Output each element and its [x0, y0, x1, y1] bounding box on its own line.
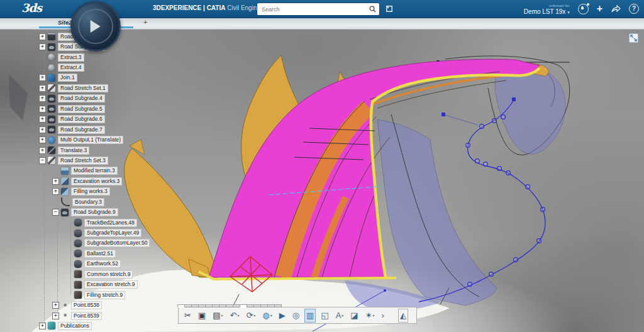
- tree-item[interactable]: + Point.8538: [39, 300, 150, 310]
- tree-item[interactable]: + Publications: [39, 321, 150, 331]
- tree-item-label[interactable]: Boundary.3: [72, 198, 104, 206]
- tree-item[interactable]: − Road Subgrade.9: [39, 207, 150, 217]
- tree-item-label[interactable]: Point.8539: [71, 312, 102, 320]
- tag-icon[interactable]: [384, 4, 395, 14]
- tool-caret-icon[interactable]: ▾: [373, 313, 375, 318]
- alignment-point[interactable]: [480, 124, 484, 129]
- tree-expander[interactable]: +: [39, 147, 46, 154]
- tree-item-label[interactable]: Road Subgrade.6: [58, 115, 105, 123]
- alignment-point[interactable]: [468, 282, 472, 287]
- tree-item-label[interactable]: Road Subgrade.9: [71, 208, 118, 216]
- tool-measure[interactable]: ✶ ▾: [364, 309, 376, 322]
- tree-item-label[interactable]: Modified terrain.3: [71, 167, 118, 175]
- tree-item[interactable]: Earthwork.52: [39, 259, 150, 269]
- tree-item-label[interactable]: Road Subgrade.7: [58, 126, 105, 134]
- alignment-point[interactable]: [501, 115, 506, 119]
- tree-item[interactable]: Ballast2.51: [39, 248, 150, 258]
- tree-expander[interactable]: +: [39, 323, 46, 329]
- tree-item[interactable]: Common stretch.9: [39, 269, 150, 279]
- tree-item[interactable]: + Multi Output.1 (Translate): [39, 135, 150, 145]
- tree-item[interactable]: Boundary.3: [39, 197, 150, 207]
- tree-item-label[interactable]: Point.8538: [71, 301, 102, 309]
- tree-item-label[interactable]: Ballast2.51: [84, 250, 116, 258]
- tree-item[interactable]: + Road Subgrade.4: [39, 94, 150, 104]
- alignment-point[interactable]: [475, 159, 480, 163]
- tree-expander[interactable]: +: [39, 116, 46, 123]
- tree-item-label[interactable]: Extract.4: [58, 64, 84, 72]
- tool-explore[interactable]: ◍ ▾: [261, 309, 273, 322]
- tree-item-label[interactable]: TrackBed2Lanes.48: [84, 219, 137, 227]
- tool-caret-icon[interactable]: ▾: [270, 313, 272, 318]
- tree-item[interactable]: + Excavation works.3: [39, 176, 150, 186]
- tool-update[interactable]: ⟳ ▾: [245, 309, 257, 322]
- tree-item-label[interactable]: Translate.3: [58, 147, 89, 155]
- tree-item[interactable]: + Point.8539: [39, 311, 150, 321]
- tree-item-label[interactable]: Excavation stretch.9: [84, 280, 138, 289]
- tree-expander[interactable]: +: [52, 313, 59, 319]
- alignment-point[interactable]: [489, 272, 494, 277]
- tree-expander[interactable]: +: [39, 136, 46, 143]
- tool-more[interactable]: › ▾: [380, 309, 386, 322]
- tree-item[interactable]: + Road Subgrade.5: [39, 104, 150, 114]
- tree-expander[interactable]: +: [39, 106, 46, 113]
- maximize-viewport-icon[interactable]: [629, 33, 638, 43]
- tree-expander[interactable]: +: [52, 302, 59, 309]
- tool-caret-icon[interactable]: ▾: [221, 313, 223, 318]
- model-tree[interactable]: + Road Surface.1 + Road Subgrade.1 Extra…: [39, 31, 150, 331]
- help-icon[interactable]: ?: [629, 4, 639, 14]
- tree-item-label[interactable]: Excavation works.3: [71, 177, 122, 185]
- compass-play-icon[interactable]: [91, 20, 101, 33]
- tree-item[interactable]: Filling stretch.9: [39, 290, 150, 300]
- tree-item-label[interactable]: Extract.3: [58, 53, 84, 62]
- 3dexperience-compass[interactable]: [70, 1, 121, 52]
- tool-caret-icon[interactable]: ▾: [341, 313, 343, 318]
- user-menu[interactable]: unknown for Demo LST 19x ▾: [524, 3, 570, 15]
- alignment-point[interactable]: [514, 258, 518, 262]
- tree-item[interactable]: + Road Subgrade.7: [39, 124, 150, 135]
- alignment-point[interactable]: [492, 119, 497, 123]
- tree-item[interactable]: + Filling works.3: [39, 187, 150, 197]
- search-icon[interactable]: [369, 6, 376, 13]
- tool-caret-icon[interactable]: ▾: [237, 313, 239, 318]
- tree-item[interactable]: SubgradeBottomLayer.50: [39, 238, 150, 248]
- tree-item-label[interactable]: Publications: [58, 322, 92, 330]
- tree-item[interactable]: + Road Stretch Set.1: [39, 83, 150, 93]
- alignment-point[interactable]: [541, 208, 545, 212]
- tree-item[interactable]: Extract.4: [39, 62, 150, 72]
- tree-item-label[interactable]: Filling stretch.9: [84, 291, 125, 299]
- tree-expander[interactable]: +: [39, 43, 46, 50]
- tool-annotations[interactable]: A ▾: [335, 309, 345, 322]
- tree-expander[interactable]: +: [52, 178, 59, 185]
- tree-item[interactable]: Modified terrain.3: [39, 166, 150, 176]
- add-content-icon[interactable]: +: [597, 4, 602, 14]
- tree-item[interactable]: Excavation stretch.9: [39, 280, 150, 290]
- alignment-point[interactable]: [497, 167, 502, 171]
- tool-run[interactable]: ▶ ▾: [278, 309, 287, 322]
- tree-item-label[interactable]: Road Subgrade.4: [58, 94, 105, 102]
- tree-item-label[interactable]: Filling works.3: [71, 187, 110, 196]
- tree-expander[interactable]: +: [39, 33, 46, 40]
- tree-item[interactable]: + Translate.3: [39, 145, 150, 155]
- search-bar[interactable]: [257, 3, 380, 16]
- tree-item-label[interactable]: SubgradeTopLayer.49: [84, 229, 142, 237]
- tree-item[interactable]: + Join.1: [39, 73, 150, 83]
- tree-item-label[interactable]: SubgradeBottomLayer.50: [84, 239, 150, 247]
- tree-item[interactable]: + Road Subgrade.6: [39, 114, 150, 124]
- tree-expander[interactable]: +: [39, 95, 46, 102]
- tool-catalog-browser[interactable]: ▥ ▾: [305, 309, 315, 322]
- tree-item-label[interactable]: Road Subgrade.5: [58, 105, 105, 113]
- tool-paste[interactable]: ▤ ▾: [211, 309, 224, 322]
- alignment-point[interactable]: [506, 171, 511, 175]
- tree-item-label[interactable]: Road Stretch Set.1: [58, 84, 108, 92]
- ribbon-tab-touch[interactable]: [274, 304, 282, 307]
- share-icon[interactable]: [611, 4, 621, 13]
- tree-item-label[interactable]: Common stretch.9: [84, 270, 133, 279]
- tool-caret-icon[interactable]: ▾: [253, 313, 255, 318]
- tree-item-label[interactable]: Join.1: [58, 74, 77, 82]
- tool-cut[interactable]: ✂ ▾: [183, 309, 192, 322]
- tree-expander[interactable]: +: [52, 188, 59, 195]
- tool-copy[interactable]: ▣ ▾: [197, 309, 207, 322]
- tree-item-label[interactable]: Road Stretch Set.3: [58, 157, 108, 165]
- alignment-point[interactable]: [526, 185, 530, 189]
- alignment-point[interactable]: [466, 143, 470, 148]
